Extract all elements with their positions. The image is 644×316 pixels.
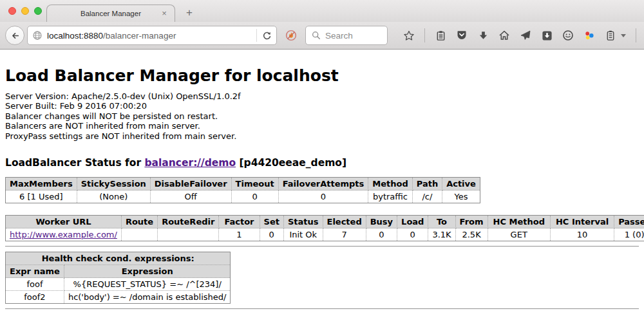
col-status: Status: [283, 216, 323, 228]
downloads-arrow-icon[interactable]: [477, 30, 489, 41]
reload-icon[interactable]: [261, 30, 272, 41]
col-from: From: [455, 216, 488, 228]
col-to: To: [428, 216, 455, 228]
search-input[interactable]: Search: [305, 26, 388, 45]
col-routeredir: RouteRedir: [158, 216, 219, 228]
toolbar-icons: [403, 28, 644, 42]
page-title: Load Balancer Manager for localhost: [5, 50, 639, 91]
col-maxmembers: MaxMembers: [6, 178, 77, 191]
back-button[interactable]: [5, 26, 24, 45]
col-active: Active: [442, 178, 480, 191]
colored-dots-extension-icon[interactable]: [583, 30, 595, 41]
search-placeholder: Search: [325, 31, 353, 41]
url-text[interactable]: localhost:8880/balancer-manager: [47, 31, 252, 41]
status-heading-suffix: [p4420eeae_demo]: [236, 157, 346, 169]
col-elected: Elected: [323, 216, 366, 228]
navigation-toolbar: localhost:8880/balancer-manager Search: [0, 22, 644, 50]
url-path: /balancer-manager: [103, 31, 176, 41]
back-icon: [9, 30, 21, 41]
cell-route: [121, 228, 157, 241]
close-window-button[interactable]: [8, 7, 16, 15]
url-bar[interactable]: localhost:8880/balancer-manager: [27, 26, 277, 45]
cell-set: 0: [260, 228, 283, 241]
cell-expr-name-foof2: foof2: [6, 291, 64, 304]
status-heading-prefix: LoadBalancer Status for: [5, 157, 144, 169]
tab-balancer-manager[interactable]: Balancer Manager ×: [46, 5, 175, 22]
smiley-chat-icon[interactable]: [562, 30, 574, 41]
worker-url-link[interactable]: http://www.example.com/: [10, 230, 117, 239]
worker-data-row: http://www.example.com/ 1 0 Init Ok 7 0 …: [6, 228, 644, 241]
col-passes: Passes: [614, 216, 644, 228]
cell-active: Yes: [442, 191, 480, 203]
zoom-window-button[interactable]: [34, 7, 42, 15]
cell-to: 3.1K: [428, 228, 455, 241]
col-hc-interval: HC Interval: [550, 216, 614, 228]
cell-busy: 0: [366, 228, 397, 241]
col-method: Method: [368, 178, 412, 191]
cell-hc-method: GET: [488, 228, 550, 241]
home-icon[interactable]: [498, 30, 510, 41]
cell-expression-foof: %{REQUEST_STATUS} =~ /^[234]/: [64, 278, 231, 291]
bookmark-star-icon[interactable]: [403, 30, 415, 41]
flame-blocked-icon: [285, 30, 297, 41]
col-factor: Factor: [219, 216, 260, 228]
loadbalancer-status-heading: LoadBalancer Status for balancer://demo …: [5, 157, 639, 169]
urlbar-divider: [256, 29, 257, 42]
col-expression: Expression: [64, 265, 231, 278]
url-domain: localhost:8880: [47, 31, 103, 41]
col-busy: Busy: [366, 216, 397, 228]
persist-warning-line: Balancer changes will NOT be persisted o…: [5, 111, 639, 121]
cell-disablefailover: Off: [150, 191, 231, 203]
col-timeout: Timeout: [231, 178, 278, 191]
cell-passes: 1 (0): [614, 228, 644, 241]
paper-plane-icon[interactable]: [520, 30, 531, 41]
col-worker-url: Worker URL: [6, 216, 122, 228]
cell-routeredir: [158, 228, 219, 241]
server-info-block: Server Version: Apache/2.5.0-dev (Unix) …: [5, 91, 639, 141]
cell-worker-url: http://www.example.com/: [6, 228, 122, 241]
title-bar: Balancer Manager × +: [0, 0, 644, 22]
bookmarks-clipboard-icon[interactable]: [435, 30, 446, 41]
proxypass-warning-line: ProxyPass settings are NOT inherited fro…: [5, 131, 639, 141]
dropdown-caret-icon[interactable]: [621, 34, 626, 37]
col-set: Set: [260, 216, 283, 228]
col-hc-method: HC Method: [488, 216, 550, 228]
bottom-rule: [5, 308, 639, 310]
flame-blocked-button[interactable]: [282, 26, 300, 44]
page-content: Load Balancer Manager for localhost Serv…: [0, 50, 644, 310]
cell-from: 2.5K: [455, 228, 488, 241]
toolbar-separator: [424, 28, 425, 42]
health-row-foof2: foof2 hc('body') =~ /domain is establish…: [6, 291, 231, 304]
server-built-line: Server Built: Feb 9 2016 07:00:20: [5, 101, 639, 111]
dark-download-box-icon[interactable]: [541, 30, 553, 41]
col-path: Path: [412, 178, 442, 191]
health-table-title: Health check cond. expressions:: [6, 252, 231, 265]
toolbar-separator-2: [636, 28, 636, 42]
cell-timeout: 0: [231, 191, 278, 203]
cell-status: Init Ok: [283, 228, 323, 241]
health-row-foof: foof %{REQUEST_STATUS} =~ /^[234]/: [6, 278, 231, 291]
tab-close-icon[interactable]: ×: [160, 9, 169, 18]
browser-window: Balancer Manager × + localhost:8880/bala…: [0, 0, 644, 316]
cell-stickysession: (None): [77, 191, 150, 203]
cell-load: 0: [397, 228, 428, 241]
balancer-summary-table: MaxMembers StickySession DisableFailover…: [5, 177, 480, 203]
cell-expr-name-foof: foof: [6, 278, 64, 291]
cell-elected: 7: [323, 228, 366, 241]
cell-hc-interval: 10: [550, 228, 614, 241]
inherit-warning-line: Balancers are NOT inherited from main se…: [5, 121, 639, 131]
cell-expression-foof2: hc('body') =~ /domain is established/: [64, 291, 231, 304]
cell-method: bytraffic: [368, 191, 412, 203]
new-tab-button[interactable]: +: [182, 6, 196, 20]
minimize-window-button[interactable]: [21, 7, 29, 15]
pocket-icon[interactable]: [456, 30, 468, 41]
balancer-header-row: MaxMembers StickySession DisableFailover…: [6, 178, 480, 191]
balancer-demo-link[interactable]: balancer://demo: [144, 157, 236, 169]
col-route: Route: [121, 216, 157, 228]
cell-path: /c/: [412, 191, 442, 203]
battery-extension-icon[interactable]: [605, 30, 616, 41]
health-check-table: Health check cond. expressions: Expr nam…: [5, 252, 231, 304]
globe-icon: [32, 30, 43, 41]
window-controls: [8, 7, 42, 15]
health-header-row: Expr name Expression: [6, 265, 231, 278]
